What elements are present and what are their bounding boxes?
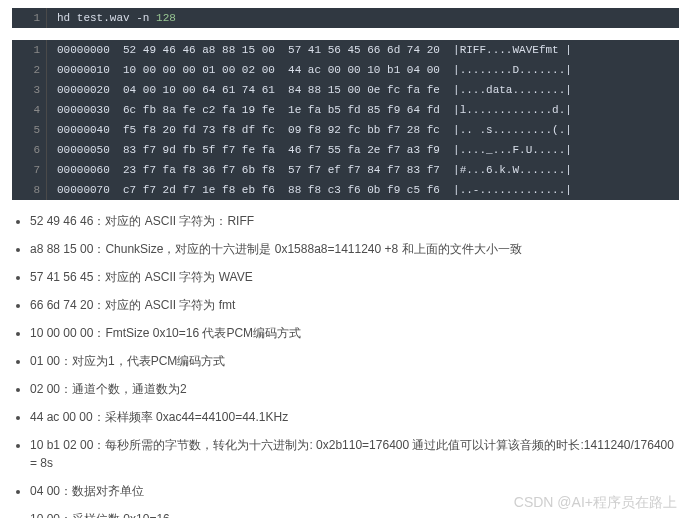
- hex-line: 400000030 6c fb 8a fe c2 fa 19 fe 1e fa …: [12, 100, 679, 120]
- line-number: 7: [12, 160, 47, 180]
- code-content: hd test.wav -n 128: [47, 8, 176, 28]
- line-number: 6: [12, 140, 47, 160]
- hex-content: 00000000 52 49 46 46 a8 88 15 00 57 41 5…: [47, 40, 572, 60]
- explanation-item: 10 00 00 00：FmtSize 0x10=16 代表PCM编码方式: [30, 324, 679, 342]
- hex-line: 500000040 f5 f8 20 fd 73 f8 df fc 09 f8 …: [12, 120, 679, 140]
- explanation-item: 52 49 46 46：对应的 ASCII 字符为：RIFF: [30, 212, 679, 230]
- hex-content: 00000060 23 f7 fa f8 36 f7 6b f8 57 f7 e…: [47, 160, 572, 180]
- line-number: 1: [12, 40, 47, 60]
- line-number: 3: [12, 80, 47, 100]
- hex-line: 300000020 04 00 10 00 64 61 74 61 84 88 …: [12, 80, 679, 100]
- hex-line: 700000060 23 f7 fa f8 36 f7 6b f8 57 f7 …: [12, 160, 679, 180]
- line-number: 5: [12, 120, 47, 140]
- line-number: 2: [12, 60, 47, 80]
- explanation-item: 04 00：数据对齐单位: [30, 482, 679, 500]
- line-number: 4: [12, 100, 47, 120]
- hex-line: 800000070 c7 f7 2d f7 1e f8 eb f6 88 f8 …: [12, 180, 679, 200]
- explanation-item: 01 00：对应为1，代表PCM编码方式: [30, 352, 679, 370]
- explanation-list: 52 49 46 46：对应的 ASCII 字符为：RIFFa8 88 15 0…: [12, 212, 679, 518]
- explanation-item: 66 6d 74 20：对应的 ASCII 字符为 fmt: [30, 296, 679, 314]
- hex-line: 100000000 52 49 46 46 a8 88 15 00 57 41 …: [12, 40, 679, 60]
- hex-line: 600000050 83 f7 9d fb 5f f7 fe fa 46 f7 …: [12, 140, 679, 160]
- explanation-item: 44 ac 00 00：采样频率 0xac44=44100=44.1KHz: [30, 408, 679, 426]
- explanation-item: 57 41 56 45：对应的 ASCII 字符为 WAVE: [30, 268, 679, 286]
- hex-content: 00000070 c7 f7 2d f7 1e f8 eb f6 88 f8 c…: [47, 180, 572, 200]
- explanation-item: 10 b1 02 00：每秒所需的字节数，转化为十六进制为: 0x2b110=1…: [30, 436, 679, 472]
- code-line: 1 hd test.wav -n 128: [12, 8, 679, 28]
- hexdump-code-block: 100000000 52 49 46 46 a8 88 15 00 57 41 …: [12, 40, 679, 200]
- command-code-block: 1 hd test.wav -n 128: [12, 8, 679, 28]
- hex-content: 00000050 83 f7 9d fb 5f f7 fe fa 46 f7 5…: [47, 140, 572, 160]
- hex-content: 00000030 6c fb 8a fe c2 fa 19 fe 1e fa b…: [47, 100, 572, 120]
- line-number: 8: [12, 180, 47, 200]
- hex-content: 00000040 f5 f8 20 fd 73 f8 df fc 09 f8 9…: [47, 120, 572, 140]
- explanation-item: 10 00：采样位数 0x10=16: [30, 510, 679, 518]
- line-number: 1: [12, 8, 47, 28]
- explanation-item: a8 88 15 00：ChunkSize，对应的十六进制是 0x1588a8=…: [30, 240, 679, 258]
- hex-line: 200000010 10 00 00 00 01 00 02 00 44 ac …: [12, 60, 679, 80]
- explanation-item: 02 00：通道个数，通道数为2: [30, 380, 679, 398]
- hex-content: 00000010 10 00 00 00 01 00 02 00 44 ac 0…: [47, 60, 572, 80]
- hex-content: 00000020 04 00 10 00 64 61 74 61 84 88 1…: [47, 80, 572, 100]
